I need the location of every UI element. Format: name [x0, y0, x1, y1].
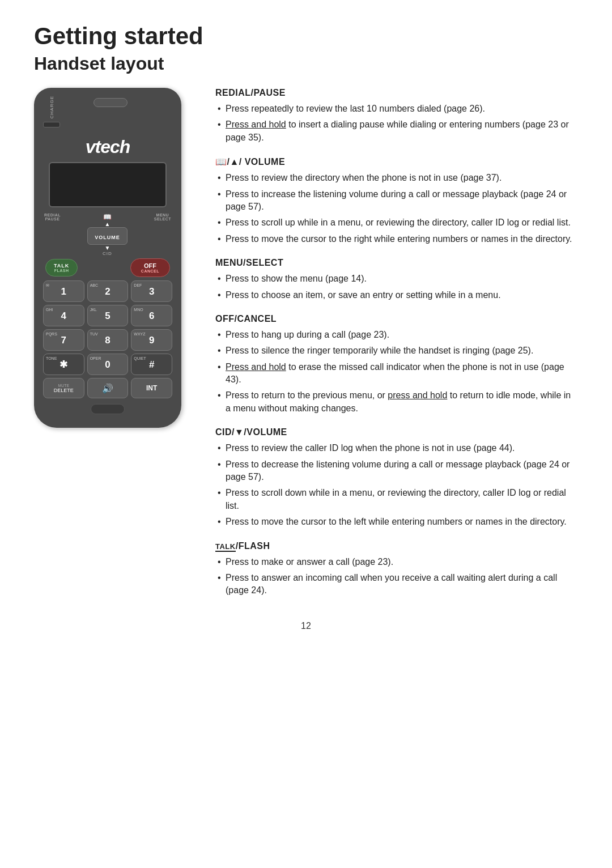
dir-bullet-2: Press to increase the listening volume d… — [215, 188, 578, 214]
key-4[interactable]: GHI 4 — [43, 305, 84, 326]
dir-bullet-1: Press to review the directory when the p… — [215, 172, 578, 184]
keypad: ✉ 1 ABC 2 DEF 3 GHI 4 — [43, 280, 172, 375]
redial-top-label: REDIAL — [44, 213, 61, 217]
key-9[interactable]: WXYZ 9 — [131, 329, 172, 351]
bottom-button-row: MUTE DELETE 🔊 INT — [43, 378, 172, 398]
menu-bullets: Press to show the menu (page 14). Press … — [215, 273, 578, 301]
volume-label: VOLUME — [95, 235, 120, 240]
talk-bullets: Press to make or answer a call (page 23)… — [215, 556, 578, 597]
redial-bullets: Press repeatedly to review the last 10 n… — [215, 103, 578, 144]
cid-bullet-4: Press to move the cursor to the left whi… — [215, 516, 578, 528]
key-hash[interactable]: QUIET # — [131, 354, 172, 375]
redial-group: REDIAL PAUSE — [44, 213, 61, 221]
key-0[interactable]: OPER 0 — [87, 354, 129, 375]
right-content: REDIAL/PAUSE Press repeatedly to review … — [215, 88, 578, 610]
flash-label: FLASH — [54, 269, 69, 273]
page-subtitle: Handset layout — [34, 53, 578, 74]
section-redial-pause: REDIAL/PAUSE Press repeatedly to review … — [215, 88, 578, 144]
key-1[interactable]: ✉ 1 — [43, 280, 84, 302]
select-label: SELECT — [154, 217, 171, 221]
menu-bullet-2: Press to choose an item, or save an entr… — [215, 289, 578, 301]
menu-bullet-1: Press to show the menu (page 14). — [215, 273, 578, 285]
key-row-3: PQRS 7 TUV 8 WXYZ 9 — [43, 329, 172, 351]
dir-bullet-3: Press to scroll up while in a menu, or r… — [215, 216, 578, 229]
section-title-menu: MENU/SELECT — [215, 258, 578, 268]
redial-bullet-2: Press and hold to insert a dialing pause… — [215, 118, 578, 144]
volume-box: VOLUME — [87, 227, 128, 245]
section-talk-flash: TALK/FLASH Press to make or answer a cal… — [215, 541, 578, 597]
key-8[interactable]: TUV 8 — [87, 329, 129, 351]
off-label: OFF — [141, 262, 159, 269]
cancel-label: CANCEL — [141, 269, 159, 273]
main-layout: CHARGE vtech REDIAL PAUSE 📖 ▲ — [34, 88, 578, 610]
up-arrow: ▲ — [104, 221, 110, 227]
menu-group: MENU SELECT — [154, 213, 171, 221]
handset-screen — [49, 162, 167, 207]
section-title-talk: TALK/FLASH — [215, 541, 578, 551]
key-6[interactable]: MNO 6 — [131, 305, 172, 326]
key-row-1: ✉ 1 ABC 2 DEF 3 — [43, 280, 172, 302]
cid-bullets: Press to review the caller ID log when t… — [215, 442, 578, 528]
talk-label: TALK — [54, 263, 69, 269]
book-icon: 📖 — [103, 213, 112, 221]
menu-top-label: MENU — [156, 213, 169, 217]
key-row-2: GHI 4 JKL 5 MNO 6 — [43, 305, 172, 326]
talk-button[interactable]: TALK FLASH — [45, 259, 78, 276]
off-bullet-4: Press to return to the previous menu, or… — [215, 389, 578, 415]
talk-off-row: TALK FLASH OFF CANCEL — [45, 258, 170, 277]
off-bullet-3: Press and hold to erase the missed call … — [215, 361, 578, 386]
handset-diagram: CHARGE vtech REDIAL PAUSE 📖 ▲ — [34, 88, 193, 428]
section-title-dir: 📖/▲/ VOLUME — [215, 156, 578, 167]
nav-row: REDIAL PAUSE 📖 ▲ VOLUME ▼ CID MENU SELEC… — [44, 213, 171, 256]
brand-logo: vtech — [43, 131, 172, 162]
cid-bullet-2: Press to decrease the listening volume d… — [215, 458, 578, 484]
int-button[interactable]: INT — [131, 378, 172, 398]
charge-label: CHARGE — [49, 96, 54, 118]
off-button[interactable]: OFF CANCEL — [130, 258, 170, 277]
key-7[interactable]: PQRS 7 — [43, 329, 84, 351]
mute-delete-button[interactable]: MUTE DELETE — [43, 378, 84, 398]
speaker-icon: 🔊 — [102, 383, 113, 394]
talk-bullet-2: Press to answer an incoming call when yo… — [215, 572, 578, 597]
pause-label: PAUSE — [45, 217, 60, 221]
section-title-redial: REDIAL/PAUSE — [215, 88, 578, 98]
key-3[interactable]: DEF 3 — [131, 280, 172, 302]
off-bullets: Press to hang up during a call (page 23)… — [215, 329, 578, 415]
off-bullet-2: Press to silence the ringer temporarily … — [215, 344, 578, 357]
dir-bullets: Press to review the directory when the p… — [215, 172, 578, 245]
handset-top: CHARGE — [43, 96, 172, 127]
section-title-cid: CID/▼/VOLUME — [215, 427, 578, 437]
page-number: 12 — [34, 621, 578, 631]
key-2[interactable]: ABC 2 — [87, 280, 129, 302]
talk-bullet-1: Press to make or answer a call (page 23)… — [215, 556, 578, 568]
speaker-slot — [94, 98, 128, 107]
cid-bullet-1: Press to review the caller ID log when t… — [215, 442, 578, 454]
key-star[interactable]: TONE ✱ — [43, 354, 84, 375]
key-5[interactable]: JKL 5 — [87, 305, 129, 326]
volume-center: 📖 ▲ VOLUME ▼ CID — [87, 213, 128, 256]
key-row-4: TONE ✱ OPER 0 QUIET # — [43, 354, 172, 375]
cid-bullet-3: Press to scroll down while in a menu, or… — [215, 487, 578, 512]
handset-body: CHARGE vtech REDIAL PAUSE 📖 ▲ — [34, 88, 181, 428]
page-title: Getting started — [34, 23, 578, 50]
section-cid-volume: CID/▼/VOLUME Press to review the caller … — [215, 427, 578, 528]
section-off-cancel: OFF/CANCEL Press to hang up during a cal… — [215, 314, 578, 415]
talk-label-title: TALK — [215, 542, 236, 552]
down-arrow: ▼ — [104, 245, 110, 251]
speaker-button[interactable]: 🔊 — [87, 378, 129, 398]
cid-label: CID — [103, 251, 112, 256]
section-title-off: OFF/CANCEL — [215, 314, 578, 324]
handset-bottom-port — [91, 404, 125, 414]
redial-bullet-1: Press repeatedly to review the last 10 n… — [215, 103, 578, 115]
dir-bullet-4: Press to move the cursor to the right wh… — [215, 233, 578, 245]
charge-port — [43, 122, 60, 127]
section-menu-select: MENU/SELECT Press to show the menu (page… — [215, 258, 578, 301]
section-dir-volume: 📖/▲/ VOLUME Press to review the director… — [215, 156, 578, 245]
off-bullet-1: Press to hang up during a call (page 23)… — [215, 329, 578, 341]
